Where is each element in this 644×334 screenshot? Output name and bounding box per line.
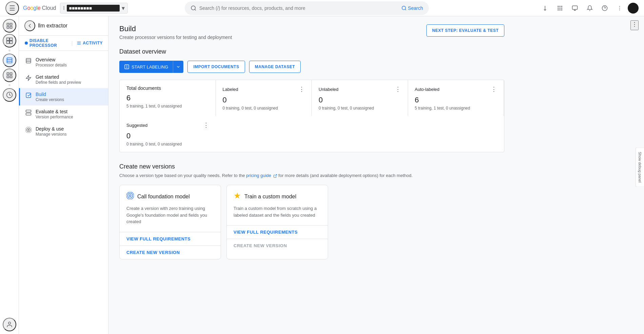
svg-point-57 xyxy=(129,195,131,197)
custom-create-version-button: CREATE NEW VERSION xyxy=(227,239,328,252)
svg-point-52 xyxy=(25,127,32,133)
search-icon xyxy=(190,5,197,11)
stat-unlabeled-menu[interactable]: ⋮ xyxy=(395,85,401,93)
stat-suggested-menu[interactable]: ⋮ xyxy=(203,121,209,129)
rail-active-button[interactable] xyxy=(3,54,16,67)
rail-dot-1 xyxy=(8,50,11,52)
stat-suggested: Suggested ⋮ 0 0 training, 0 test, 0 unas… xyxy=(120,116,216,152)
custom-model-icon xyxy=(234,192,241,201)
svg-rect-24 xyxy=(6,38,9,41)
labeling-icon xyxy=(124,64,129,70)
svg-rect-32 xyxy=(10,73,12,75)
rail-active-icon xyxy=(6,57,13,64)
bell-icon-button[interactable] xyxy=(583,1,597,15)
svg-rect-28 xyxy=(7,58,12,63)
svg-marker-44 xyxy=(26,76,31,81)
grid-icon xyxy=(6,72,13,79)
overview-text: Overview Processor details xyxy=(36,57,67,67)
apps-icon xyxy=(557,5,563,11)
rail-dashboard-button[interactable] xyxy=(3,34,16,47)
svg-point-51 xyxy=(27,128,31,132)
stats-grid: Total documents 6 5 training, 1 test, 0 … xyxy=(119,80,504,152)
sidebar-item-evaluate[interactable]: Evaluate & test Version performance xyxy=(19,105,108,123)
page-more-vert-button[interactable] xyxy=(630,20,639,30)
stat-total-header: Total documents xyxy=(126,85,209,91)
stat-auto-menu[interactable]: ⋮ xyxy=(491,85,497,93)
stat-labeled-menu[interactable]: ⋮ xyxy=(299,85,305,93)
import-documents-button[interactable]: IMPORT DOCUMENTS xyxy=(187,61,245,73)
project-selector[interactable]: ⁞ ■■■■■■■■ ▾ xyxy=(60,3,128,14)
deploy-text: Deploy & use Manage versions xyxy=(36,126,66,137)
svg-point-60 xyxy=(634,22,635,23)
custom-view-requirements-link[interactable]: VIEW FULL REQUIREMENTS xyxy=(227,225,328,239)
rail-home-button[interactable] xyxy=(3,19,16,33)
sidebar-item-get-started[interactable]: Get started Define fields and preview xyxy=(19,71,108,88)
foundation-create-version-button[interactable]: CREATE NEW VERSION xyxy=(120,246,221,259)
stat-unlabeled: Unlabeled ⋮ 0 0 training, 0 test, 0 unas… xyxy=(312,80,408,116)
clock-icon xyxy=(6,92,13,98)
back-button[interactable] xyxy=(24,20,35,31)
next-step-button[interactable]: NEXT STEP: EVALUATE & TEST xyxy=(426,24,504,37)
project-name: ■■■■■■■■ xyxy=(67,5,120,12)
svg-point-58 xyxy=(128,193,133,198)
rail-grid-button[interactable] xyxy=(3,68,16,82)
dashboard-icon xyxy=(6,37,13,44)
more-vert-nav-icon xyxy=(617,5,623,11)
screen-icon-button[interactable] xyxy=(568,1,582,15)
sidebar-item-deploy[interactable]: Deploy & use Manage versions xyxy=(19,123,108,140)
main-content: Build Create processor versions for test… xyxy=(108,16,644,334)
manage-dataset-button[interactable]: MANAGE DATASET xyxy=(249,61,301,73)
avatar[interactable] xyxy=(628,3,639,14)
help-icon xyxy=(602,5,608,11)
debug-panel-tab[interactable]: Show debug panel xyxy=(636,147,644,187)
help-icon-button[interactable] xyxy=(598,1,611,15)
disable-processor-button[interactable]: DISABLE PROCESSOR xyxy=(24,38,67,48)
build-text: Build Create versions xyxy=(36,92,64,102)
card-train-custom: Train a custom model Train a custom mode… xyxy=(226,185,328,259)
search-button[interactable]: Search xyxy=(401,5,423,11)
hamburger-button[interactable]: ☰ xyxy=(5,1,19,15)
rail-dot-2 xyxy=(8,84,11,86)
sidebar-item-build[interactable]: Build Create versions xyxy=(19,88,108,105)
search-input[interactable] xyxy=(199,5,399,11)
stat-auto-labeled: Auto-labeled ⋮ 6 5 training, 1 test, 0 u… xyxy=(408,80,504,116)
card-custom-body: Train a custom model Train a custom mode… xyxy=(227,185,328,225)
svg-point-37 xyxy=(25,41,28,44)
project-grid-icon: ⁞ xyxy=(63,5,65,11)
svg-point-61 xyxy=(634,24,635,25)
back-arrow-icon xyxy=(26,22,33,29)
svg-rect-31 xyxy=(7,73,9,75)
search-bar[interactable]: Search xyxy=(185,1,429,15)
activity-button[interactable]: ACTIVITY xyxy=(77,41,103,45)
dataset-overview-section: Dataset overview START LABELING IMPORT D… xyxy=(119,48,504,152)
start-labeling-button[interactable]: START LABELING xyxy=(119,61,183,73)
page-header: Build Create processor versions for test… xyxy=(119,24,504,40)
dataset-overview-title: Dataset overview xyxy=(119,48,504,55)
stat-labeled-header: Labeled ⋮ xyxy=(223,85,305,93)
svg-rect-34 xyxy=(10,76,12,78)
version-cards: Call foundation model Create a version w… xyxy=(119,185,504,259)
create-versions-subtitle: Choose a version type based on your qual… xyxy=(119,173,504,178)
share-icon-button[interactable] xyxy=(538,1,552,15)
svg-rect-3 xyxy=(558,6,559,7)
svg-point-50 xyxy=(28,130,29,131)
deploy-icon xyxy=(25,127,32,135)
apps-icon-button[interactable] xyxy=(553,1,567,15)
more-vert-nav-button[interactable] xyxy=(613,1,626,15)
foundation-view-requirements-link[interactable]: VIEW FULL REQUIREMENTS xyxy=(120,232,221,246)
svg-rect-33 xyxy=(7,76,9,78)
stat-auto-header: Auto-labeled ⋮ xyxy=(415,85,497,93)
get-started-text: Get started Define fields and preview xyxy=(36,74,81,85)
rail-clock-button[interactable] xyxy=(3,88,16,102)
page-title-block: Build Create processor versions for test… xyxy=(119,24,232,40)
pricing-guide-link[interactable]: pricing guide xyxy=(246,173,278,178)
svg-rect-26 xyxy=(6,41,9,43)
start-labeling-chevron-icon[interactable] xyxy=(173,61,183,73)
rail-bottom xyxy=(3,318,16,334)
stat-total-documents: Total documents 6 5 training, 1 test, 0 … xyxy=(120,80,216,116)
stat-labeled: Labeled ⋮ 0 0 training, 0 test, 0 unassi… xyxy=(216,80,312,116)
page-title: Build xyxy=(119,24,232,33)
svg-rect-10 xyxy=(560,9,561,10)
sidebar-item-overview[interactable]: Overview Processor details xyxy=(19,54,108,71)
rail-person-button[interactable] xyxy=(3,318,16,331)
